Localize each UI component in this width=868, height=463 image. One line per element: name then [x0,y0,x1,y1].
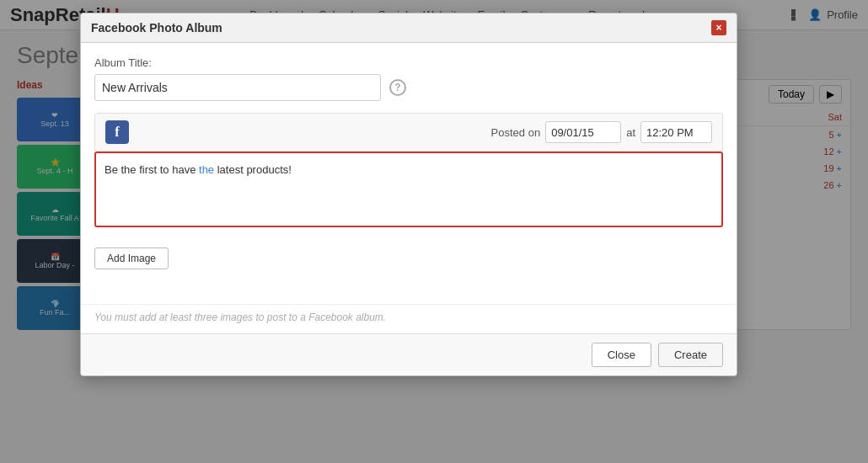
message-text-plain: Be the first to have [104,163,199,176]
warning-text: You must add at least three images to po… [81,305,737,333]
social-row: f Posted on at [94,113,723,152]
modal-body: Album Title: ? f Posted on at Be the fir… [81,43,737,237]
modal-header: Facebook Photo Album × [81,13,737,43]
posted-on-label: Posted on [491,126,541,139]
album-title-input[interactable] [94,74,381,101]
message-text-highlight: the [199,163,214,176]
modal-close-button[interactable]: × [711,20,726,35]
posted-on-area: Posted on at [491,121,712,143]
time-input[interactable] [640,121,712,143]
title-row: ? [94,74,723,101]
date-input[interactable] [545,121,621,143]
album-title-label: Album Title: [94,56,723,69]
facebook-icon: f [105,120,129,144]
message-textarea[interactable]: Be the first to have the latest products… [94,152,723,227]
at-label: at [626,126,635,139]
help-icon[interactable]: ? [389,79,406,96]
modal-footer: Close Create [81,333,737,375]
image-section: Add Image [81,237,737,305]
add-image-button[interactable]: Add Image [94,247,169,269]
close-button[interactable]: Close [592,343,651,367]
create-button[interactable]: Create [658,343,723,367]
message-text-end: latest products! [214,163,292,176]
modal-dialog: Facebook Photo Album × Album Title: ? f … [80,13,737,376]
modal-title: Facebook Photo Album [91,21,222,35]
